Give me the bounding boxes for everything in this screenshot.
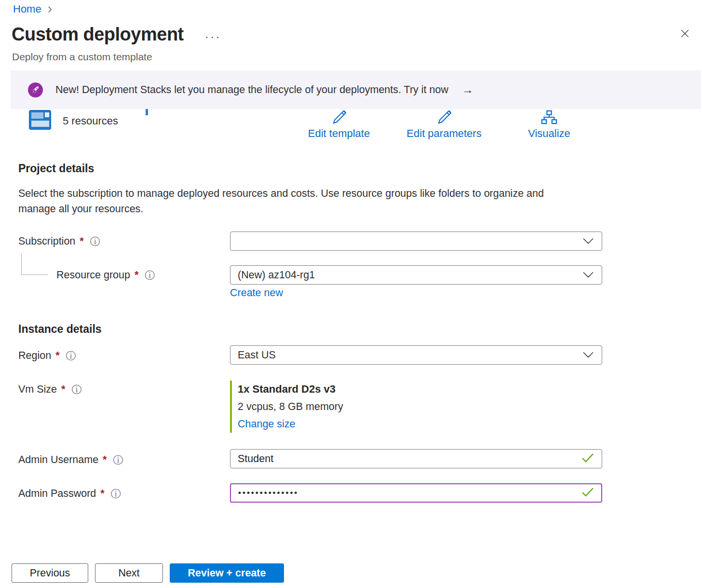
page-subtitle: Deploy from a custom template [12, 51, 152, 63]
change-size-link[interactable]: Change size [238, 418, 296, 430]
admin-password-field-wrap [230, 483, 602, 503]
vm-size-title: 1x Standard D2s v3 [238, 381, 343, 398]
region-label: Region * [18, 350, 76, 362]
required-asterisk: * [134, 269, 138, 281]
vm-size-label-text: Vm Size [18, 383, 57, 396]
instance-details-heading: Instance details [18, 323, 102, 336]
wizard-footer: Previous Next Review + create [12, 563, 284, 583]
check-icon [581, 453, 594, 465]
info-icon[interactable] [90, 236, 100, 246]
info-icon[interactable] [111, 489, 121, 499]
info-icon[interactable] [71, 384, 81, 395]
template-actions: Edit template Edit parameters Visualize [286, 110, 602, 140]
visualize-button[interactable]: Visualize [497, 110, 602, 140]
subscription-label: Subscription * [18, 235, 100, 247]
region-value: East US [238, 349, 276, 361]
banner-message-link[interactable]: New! Deployment Stacks let you manage th… [55, 84, 448, 96]
edit-template-button[interactable]: Edit template [286, 110, 392, 140]
vm-size-specs: 2 vcpus, 8 GB memory [238, 398, 343, 415]
info-icon[interactable] [66, 351, 76, 361]
admin-username-label-text: Admin Username [18, 454, 98, 466]
previous-button[interactable]: Previous [12, 563, 88, 583]
info-icon[interactable] [113, 455, 123, 465]
pencil-icon [435, 110, 453, 126]
create-new-link[interactable]: Create new [230, 287, 283, 299]
next-button[interactable]: Next [95, 563, 163, 583]
template-resources: 5 resources [29, 110, 118, 132]
required-asterisk: * [99, 488, 104, 500]
chevron-down-icon [582, 349, 594, 361]
chevron-right-icon [46, 6, 54, 13]
edit-template-label: Edit template [308, 127, 370, 140]
resources-count-label: 5 resources [63, 115, 118, 127]
required-asterisk: * [79, 235, 83, 247]
check-icon [581, 487, 594, 499]
edit-parameters-label: Edit parameters [406, 127, 481, 140]
project-details-heading: Project details [18, 162, 94, 175]
visualize-label: Visualize [528, 127, 570, 140]
cursor-tick [146, 109, 148, 115]
region-label-text: Region [18, 350, 51, 362]
resource-group-label-text: Resource group [56, 269, 130, 281]
resource-group-value: (New) az104-rg1 [238, 269, 315, 281]
review-create-button[interactable]: Review + create [170, 563, 284, 583]
vm-size-label: Vm Size * [18, 383, 81, 396]
required-asterisk: * [60, 383, 65, 396]
page-header: Custom deployment ··· [12, 24, 693, 45]
resource-group-label: Resource group * [56, 269, 155, 281]
resource-group-dropdown[interactable]: (New) az104-rg1 [230, 265, 602, 285]
deployment-stacks-banner: New! Deployment Stacks let you manage th… [11, 70, 701, 109]
chevron-down-icon [582, 235, 594, 247]
region-dropdown[interactable]: East US [230, 345, 602, 365]
page-title: Custom deployment [12, 24, 184, 45]
pencil-icon [330, 110, 348, 126]
arrow-right-icon: → [462, 83, 473, 96]
admin-password-input[interactable] [230, 483, 602, 503]
admin-password-label: Admin Password * [18, 488, 121, 500]
custom-deployment-page: Home Custom deployment ··· Deploy from a… [0, 0, 702, 588]
close-button[interactable] [676, 26, 693, 43]
close-icon [679, 27, 691, 41]
admin-password-label-text: Admin Password [18, 488, 96, 500]
rocket-icon [28, 82, 43, 97]
admin-username-input[interactable] [230, 449, 602, 468]
subscription-label-text: Subscription [18, 235, 75, 247]
admin-username-field-wrap [230, 449, 602, 468]
breadcrumb-home-link[interactable]: Home [13, 3, 41, 15]
edit-parameters-button[interactable]: Edit parameters [392, 110, 497, 140]
subscription-dropdown[interactable] [230, 232, 602, 251]
vm-size-summary: 1x Standard D2s v3 2 vcpus, 8 GB memory … [230, 381, 343, 433]
template-resources-icon [29, 110, 51, 132]
required-asterisk: * [102, 454, 107, 466]
admin-username-label: Admin Username * [18, 454, 123, 466]
info-icon[interactable] [145, 270, 155, 280]
field-connector-line [21, 254, 48, 275]
breadcrumb: Home [13, 3, 54, 15]
chevron-down-icon [582, 269, 594, 281]
project-details-description: Select the subscription to manage deploy… [18, 186, 578, 217]
required-asterisk: * [54, 350, 59, 362]
org-chart-icon [541, 110, 557, 126]
overflow-menu-button[interactable]: ··· [205, 30, 221, 44]
